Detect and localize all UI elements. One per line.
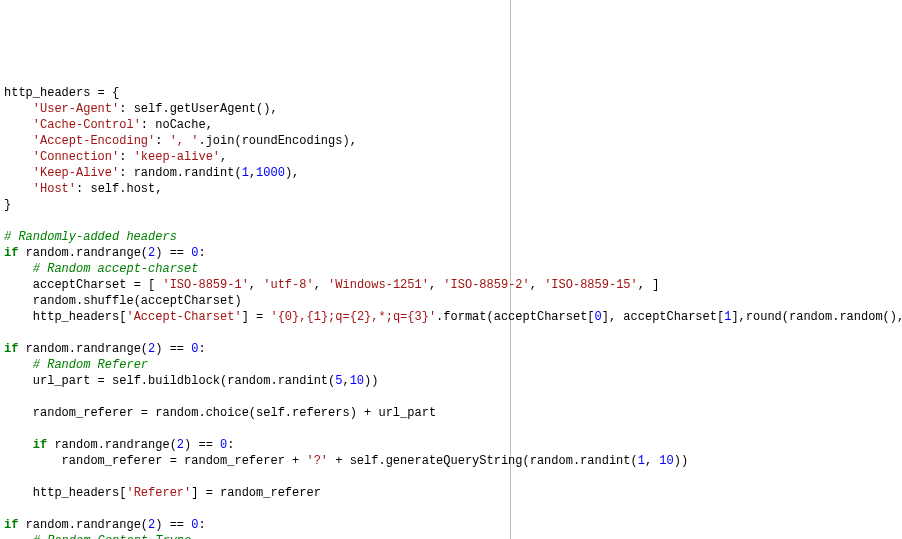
number-literal: 0 (595, 310, 602, 324)
code-text: ), (285, 166, 299, 180)
code-text: random_referer = random_referer + (62, 454, 307, 468)
number-literal: 2 (177, 438, 184, 452)
code-text: ) == (155, 342, 191, 356)
string-literal: 'Accept-Charset' (126, 310, 241, 324)
code-line: http_headers = { (4, 86, 119, 100)
code-text: random.randrange( (18, 342, 148, 356)
string-literal: 'Referer' (126, 486, 191, 500)
code-text: ) == (155, 518, 191, 532)
code-block: http_headers = { 'User-Agent': self.getU… (4, 85, 898, 539)
code-text: http_headers[ (33, 486, 127, 500)
string-literal: ', ' (170, 134, 199, 148)
code-text: .format(acceptCharset[ (436, 310, 594, 324)
code-text: ) == (184, 438, 220, 452)
keyword: if (4, 246, 18, 260)
comment: # Random accept-charset (33, 262, 199, 276)
code-text: } (4, 198, 11, 212)
code-text: : (198, 518, 205, 532)
string-literal: 'keep-alive' (134, 150, 220, 164)
code-text: self.host, (90, 182, 162, 196)
dict-key: 'Cache-Control' (33, 118, 141, 132)
string-literal: 'utf-8' (263, 278, 313, 292)
code-text: + self.generateQueryString(random.randin… (328, 454, 638, 468)
code-text: ] = random_referer (191, 486, 321, 500)
string-literal: 'ISO-8859-15' (544, 278, 638, 292)
code-text: random_referer = random.choice(self.refe… (33, 406, 436, 420)
code-text: , (342, 374, 349, 388)
number-literal: 1 (638, 454, 645, 468)
code-text: ) == (155, 246, 191, 260)
code-text: ], acceptCharset[ (602, 310, 724, 324)
code-text: self.getUserAgent(), (134, 102, 278, 116)
code-text: , (645, 454, 659, 468)
dict-key: 'Accept-Encoding' (33, 134, 155, 148)
comment: # Randomly-added headers (4, 230, 177, 244)
code-text: , ] (638, 278, 660, 292)
code-text: .join(roundEncodings), (198, 134, 356, 148)
string-literal: '?' (306, 454, 328, 468)
comment: # Random Content-Trype (33, 534, 191, 539)
dict-key: 'Connection' (33, 150, 119, 164)
number-literal: 1000 (256, 166, 285, 180)
dict-key: 'Host' (33, 182, 76, 196)
keyword: if (4, 342, 18, 356)
number-literal: 10 (659, 454, 673, 468)
keyword: if (4, 518, 18, 532)
code-text: acceptCharset = [ (33, 278, 163, 292)
code-text: noCache, (155, 118, 213, 132)
code-text: random.randrange( (18, 246, 148, 260)
string-literal: 'Windows-1251' (328, 278, 429, 292)
code-text: url_part = self.buildblock(random.randin… (33, 374, 335, 388)
code-text: : (198, 342, 205, 356)
comment: # Random Referer (33, 358, 148, 372)
string-literal: 'ISO-8859-1' (162, 278, 248, 292)
dict-key: 'User-Agent' (33, 102, 119, 116)
code-text: : (227, 438, 234, 452)
code-text: )) (674, 454, 688, 468)
number-literal: 1 (242, 166, 249, 180)
code-text: ],round(random.random(), (731, 310, 902, 324)
keyword: if (33, 438, 47, 452)
string-literal: '{0},{1};q={2},*;q={3}' (270, 310, 436, 324)
code-text: : (198, 246, 205, 260)
code-text: , (249, 166, 256, 180)
code-text: ] = (242, 310, 271, 324)
code-text: http_headers[ (33, 310, 127, 324)
code-text: random.randint( (134, 166, 242, 180)
string-literal: 'ISO-8859-2' (443, 278, 529, 292)
dict-key: 'Keep-Alive' (33, 166, 119, 180)
code-text: random.randrange( (47, 438, 177, 452)
number-literal: 10 (350, 374, 364, 388)
code-text: )) (364, 374, 378, 388)
code-text: random.randrange( (18, 518, 148, 532)
code-text: random.shuffle(acceptCharset) (33, 294, 242, 308)
